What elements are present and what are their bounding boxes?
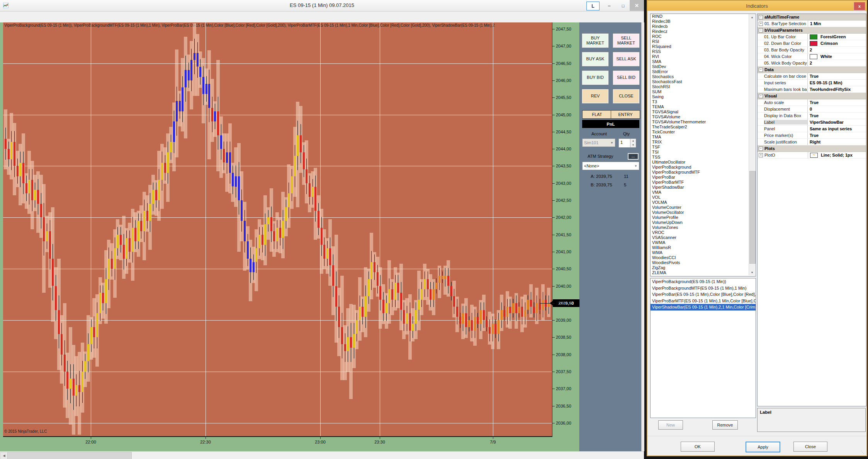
trade-button[interactable]: SELL BID bbox=[613, 70, 640, 85]
indicator-list-item[interactable]: VolumeZones bbox=[651, 225, 756, 230]
indicator-list-item[interactable]: ZigZag bbox=[651, 265, 756, 270]
quantity-stepper[interactable]: 1 ▲ ▼ bbox=[618, 138, 636, 148]
quantity-spin[interactable]: ▲ ▼ bbox=[630, 139, 636, 147]
trade-button[interactable]: CLOSE bbox=[613, 89, 640, 104]
indicator-list-item[interactable]: VolumeOscillator bbox=[651, 210, 756, 215]
indicator-list-item[interactable]: TSI bbox=[651, 150, 756, 155]
property-row[interactable]: 02. Down Bar ColorCrimson bbox=[758, 40, 866, 47]
maximize-button[interactable]: □ bbox=[617, 2, 629, 10]
property-row[interactable]: +01. BarType Selection1 Min bbox=[758, 20, 866, 27]
scroll-left-icon[interactable]: ◀ bbox=[0, 452, 8, 459]
indicator-list-item[interactable]: TickCounter bbox=[651, 130, 756, 135]
property-row[interactable]: 03. Bar Body Opacity2 bbox=[758, 47, 866, 53]
indicator-list-item[interactable]: VOLMA bbox=[651, 200, 756, 205]
indicator-list-item[interactable]: ViperShadowBar bbox=[651, 185, 756, 190]
property-group-row[interactable]: −Plots bbox=[758, 145, 866, 152]
property-row[interactable]: Price marker(s)True bbox=[758, 132, 866, 139]
indicator-list-item[interactable]: ViperProBackground bbox=[651, 165, 756, 170]
indicator-list-item[interactable]: RSI bbox=[651, 39, 756, 44]
entry-button[interactable]: ENTRY bbox=[611, 110, 640, 119]
property-row[interactable]: Displacement0 bbox=[758, 106, 866, 113]
scroll-down-icon[interactable]: ▼ bbox=[749, 269, 755, 275]
property-row[interactable]: Auto scaleTrue bbox=[758, 99, 866, 106]
property-value[interactable]: ~Line; Solid; 1px bbox=[808, 152, 866, 158]
indicator-list-item[interactable]: TGVSASignal bbox=[651, 109, 756, 114]
indicator-list-item[interactable]: VMA bbox=[651, 190, 756, 195]
property-row[interactable]: PanelSame as input series bbox=[758, 126, 866, 132]
applied-indicator-item[interactable]: ViperProBar(ES 09-15 (1 Min),Color [Blue… bbox=[651, 291, 756, 298]
remove-button[interactable]: Remove bbox=[712, 420, 738, 430]
collapse-icon[interactable]: − bbox=[759, 68, 763, 72]
account-select[interactable]: Sim101 ▼ bbox=[582, 138, 615, 147]
indicator-list-item[interactable]: UltimateOscillator bbox=[651, 160, 756, 165]
property-row[interactable]: Maximum bars look baTwoHundredFiftySix bbox=[758, 86, 866, 93]
list-scrollbar[interactable]: ▲ ▼ bbox=[749, 14, 755, 275]
property-group-row[interactable]: −Visual bbox=[758, 93, 866, 99]
property-row[interactable]: 04. Wick ColorWhite bbox=[758, 53, 866, 60]
indicator-list-item[interactable]: TheTradeScalper2 bbox=[651, 125, 756, 130]
indicator-list-item[interactable]: TSF bbox=[651, 145, 756, 150]
indicator-list-item[interactable]: Swing bbox=[651, 94, 756, 99]
trade-button[interactable]: BUY BID bbox=[582, 70, 609, 85]
indicator-list-item[interactable]: TGVSAVolumeThermometer bbox=[651, 119, 756, 125]
trade-button[interactable]: REV bbox=[582, 89, 609, 104]
indicator-list-item[interactable]: ViperProBarMTF bbox=[651, 180, 756, 185]
collapse-icon[interactable]: − bbox=[759, 15, 763, 19]
indicator-list-item[interactable]: RSquared bbox=[651, 44, 756, 49]
trade-button[interactable]: BUY MARKET bbox=[582, 33, 609, 48]
scrollbar-thumb[interactable] bbox=[7, 452, 132, 459]
indicator-list-item[interactable]: StdError bbox=[651, 69, 756, 74]
indicator-list-item[interactable]: StdDev bbox=[651, 64, 756, 69]
indicator-list-item[interactable]: TMA bbox=[651, 135, 756, 140]
property-group-row[interactable]: −Data bbox=[758, 67, 866, 73]
applied-indicator-item[interactable]: ViperShadowBar(ES 09-15 (1 Min),2,1 Min,… bbox=[651, 304, 756, 311]
indicator-list-item[interactable]: ZLEMA bbox=[651, 270, 756, 275]
trade-button[interactable]: SELL ASK bbox=[613, 52, 640, 67]
indicator-list-item[interactable]: VolumeProfile bbox=[651, 215, 756, 220]
indicator-list-item[interactable]: ROC bbox=[651, 34, 756, 39]
indicator-list-item[interactable]: WilliamsR bbox=[651, 245, 756, 250]
indicator-list-item[interactable]: StochasticsFast bbox=[651, 79, 756, 84]
property-value[interactable]: 1 Min bbox=[808, 20, 866, 27]
property-value[interactable]: Right bbox=[807, 139, 866, 145]
property-value[interactable]: ES 09-15 (1 Min) bbox=[807, 80, 866, 86]
property-value[interactable]: True bbox=[807, 99, 866, 106]
indicator-list-item[interactable]: SUM bbox=[651, 89, 756, 94]
indicator-list-item[interactable]: Rindecz bbox=[651, 29, 756, 34]
property-value[interactable]: True bbox=[807, 73, 866, 79]
property-value[interactable]: White bbox=[807, 53, 866, 60]
expand-icon[interactable]: + bbox=[759, 22, 763, 26]
ok-button[interactable]: OK bbox=[681, 442, 715, 452]
link-button[interactable]: L bbox=[586, 2, 600, 10]
property-value[interactable]: TwoHundredFiftySix bbox=[807, 86, 866, 92]
chart-plot[interactable]: ViperProBackground(ES 09-15 (1 Min)), Vi… bbox=[3, 22, 552, 437]
property-row[interactable]: +PlotO~Line; Solid; 1px bbox=[758, 152, 866, 159]
property-row[interactable]: 05. Wick Body Opacity2 bbox=[758, 60, 866, 67]
new-button[interactable]: New bbox=[658, 420, 683, 430]
collapse-icon[interactable]: − bbox=[759, 28, 763, 32]
indicator-list-item[interactable]: ViperProBackgroundMTF bbox=[651, 170, 756, 175]
dialog-close-button[interactable]: x bbox=[854, 2, 865, 10]
collapse-icon[interactable]: − bbox=[759, 94, 763, 98]
spin-down-icon[interactable]: ▼ bbox=[630, 143, 636, 147]
property-value[interactable]: True bbox=[807, 113, 866, 119]
indicator-list-item[interactable]: Rindec3B bbox=[651, 19, 756, 24]
indicator-list-item[interactable]: TEMA bbox=[651, 104, 756, 109]
resize-grip[interactable]: ⋱ bbox=[861, 450, 865, 454]
property-group-row[interactable]: −aMultiTimeFrame bbox=[758, 14, 866, 20]
indicator-list-item[interactable]: TSS bbox=[651, 155, 756, 160]
property-value[interactable]: 2 bbox=[807, 60, 866, 66]
applied-indicator-item[interactable]: ViperProBarMTF(ES 09-15 (1 Min),1 Min,Co… bbox=[651, 298, 756, 304]
property-row[interactable]: 01. Up Bar ColorForestGreen bbox=[758, 34, 866, 40]
applied-indicator-item[interactable]: ViperProBackground(ES 09-15 (1 Min)) bbox=[651, 278, 756, 285]
indicator-list-item[interactable]: VOL bbox=[651, 195, 756, 200]
close-button[interactable]: ✕ bbox=[630, 0, 644, 11]
applied-indicator-item[interactable]: ViperProBackgroundMTF(ES 09-15 (1 Min),1… bbox=[651, 285, 756, 292]
property-row[interactable]: Scale justificationRight bbox=[758, 139, 866, 145]
indicator-list-item[interactable]: SMA bbox=[651, 59, 756, 64]
indicator-list-item[interactable]: ViperProBar bbox=[651, 175, 756, 180]
indicator-list-item[interactable]: RVI bbox=[651, 54, 756, 59]
indicator-list-item[interactable]: T3 bbox=[651, 99, 756, 104]
property-value[interactable]: 0 bbox=[807, 106, 866, 112]
property-row[interactable]: Calculate on bar closeTrue bbox=[758, 73, 866, 80]
